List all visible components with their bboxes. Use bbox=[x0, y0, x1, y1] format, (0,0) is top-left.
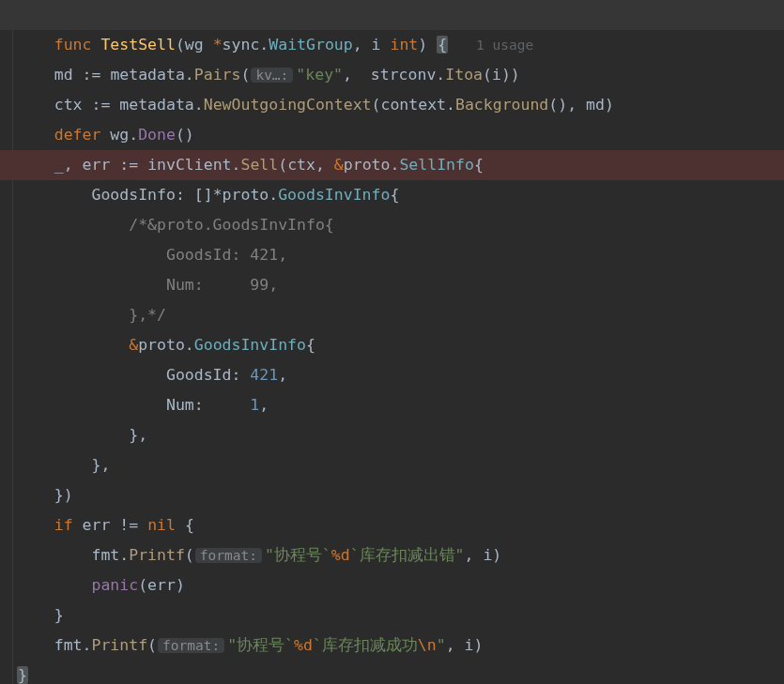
number: 421 bbox=[250, 366, 278, 384]
code-line[interactable]: },*/ bbox=[0, 300, 784, 330]
code-line[interactable]: GoodsInfo: []*proto.GoodsInvInfo{ bbox=[0, 180, 784, 210]
code-line[interactable]: md := metadata.Pairs(kv…:"key", strconv.… bbox=[0, 60, 784, 90]
code-editor[interactable]: func TestSell(wg *sync.WaitGroup, i int)… bbox=[0, 0, 784, 684]
var: wg bbox=[110, 126, 129, 144]
code-line[interactable]: fmt.Printf(format:"协程号`%d`库存扣减出错", i) bbox=[0, 540, 784, 570]
field: GoodsInfo: bbox=[91, 186, 184, 204]
pkg: proto bbox=[138, 336, 185, 354]
comma: , bbox=[259, 396, 269, 414]
code-line[interactable]: fmt.Printf(format:"协程号`%d`库存扣减成功\n", i) bbox=[0, 631, 784, 661]
code-line[interactable]: panic(err) bbox=[0, 570, 784, 600]
pkg: metadata bbox=[110, 66, 184, 84]
pkg: metadata bbox=[119, 96, 193, 114]
code-line[interactable]: } bbox=[0, 600, 784, 631]
var: err bbox=[83, 156, 111, 174]
call: Pairs bbox=[194, 66, 241, 84]
call: NewOutgoingContext bbox=[204, 96, 372, 114]
code-line[interactable]: GoodsId: 421, bbox=[0, 360, 784, 390]
call: Background bbox=[455, 96, 548, 114]
type: GoodsInvInfo bbox=[194, 336, 306, 354]
brace: } bbox=[17, 666, 28, 684]
var: invClient bbox=[147, 156, 231, 174]
code-line[interactable]: GoodsId: 421, bbox=[0, 240, 784, 270]
pkg: fmt bbox=[91, 546, 119, 564]
format-verb: %d bbox=[331, 546, 350, 564]
type: GoodsInvInfo bbox=[278, 186, 390, 204]
comment: GoodsId: 421, bbox=[129, 246, 287, 264]
op: != bbox=[119, 516, 138, 534]
code-line[interactable] bbox=[0, 30, 784, 60]
field: GoodsId: bbox=[166, 366, 250, 384]
method: Sell bbox=[240, 156, 278, 174]
format-verb: %d bbox=[294, 636, 313, 654]
arg: ctx bbox=[287, 156, 315, 174]
code-line[interactable]: &proto.GoodsInvInfo{ bbox=[0, 330, 784, 360]
string: " bbox=[437, 636, 446, 654]
code-line[interactable]: defer wg.Done() bbox=[0, 120, 784, 150]
keyword-defer: defer bbox=[54, 126, 101, 144]
comment: },*/ bbox=[129, 306, 166, 324]
code-line[interactable]: } bbox=[0, 661, 784, 684]
arg: err bbox=[147, 576, 176, 594]
string: "协程号` bbox=[227, 636, 294, 654]
var: md bbox=[54, 66, 73, 84]
arg: md bbox=[586, 96, 605, 114]
code-line[interactable]: /*&proto.GoodsInvInfo{ bbox=[0, 210, 784, 240]
comment: Num: 99, bbox=[129, 276, 278, 294]
pkg: proto bbox=[344, 156, 391, 174]
var: ctx bbox=[54, 96, 83, 114]
brace: }) bbox=[54, 486, 73, 504]
brace: }, bbox=[129, 426, 147, 444]
code-line[interactable]: }, bbox=[0, 420, 784, 450]
param-hint: format: bbox=[158, 638, 224, 653]
code-line[interactable]: func TestSell(wg *sync.WaitGroup, i int)… bbox=[0, 0, 784, 30]
code-line[interactable]: }) bbox=[0, 480, 784, 510]
number: 1 bbox=[250, 396, 259, 414]
keyword-if: if bbox=[54, 516, 73, 534]
escape: \n bbox=[418, 636, 437, 654]
brace: }, bbox=[91, 456, 110, 474]
param-hint: kv…: bbox=[251, 68, 293, 83]
field: Num: bbox=[166, 396, 250, 414]
pkg: fmt bbox=[54, 636, 83, 654]
call: Itoa bbox=[445, 66, 483, 84]
builtin-panic: panic bbox=[91, 576, 138, 594]
string: `库存扣减成功 bbox=[313, 636, 418, 654]
code-line[interactable]: if err != nil { bbox=[0, 510, 784, 540]
arr: []* bbox=[194, 186, 223, 204]
arg: i bbox=[483, 546, 492, 564]
code-line[interactable]: ctx := metadata.NewOutgoingContext(conte… bbox=[0, 90, 784, 120]
arg: i bbox=[492, 66, 501, 84]
pkg: proto bbox=[223, 186, 269, 204]
var: err bbox=[83, 516, 111, 534]
string: "协程号` bbox=[265, 546, 331, 564]
call: Printf bbox=[92, 636, 148, 654]
amp: & bbox=[129, 336, 138, 354]
type: SellInfo bbox=[399, 156, 473, 174]
arg: i bbox=[465, 636, 474, 654]
code-line[interactable]: _, err := invClient.Sell(ctx, &proto.Sel… bbox=[0, 150, 784, 180]
pkg: strconv bbox=[371, 66, 437, 84]
string: "key" bbox=[296, 66, 343, 84]
param-hint: format: bbox=[195, 548, 262, 563]
code-line[interactable]: Num: 1, bbox=[0, 390, 784, 420]
brace: } bbox=[54, 606, 64, 624]
call: Printf bbox=[129, 546, 185, 564]
blank: _ bbox=[54, 156, 64, 174]
op: := bbox=[83, 66, 101, 84]
op: := bbox=[92, 96, 111, 114]
code-line[interactable]: }, bbox=[0, 450, 784, 480]
nil: nil bbox=[147, 516, 176, 534]
op: := bbox=[119, 156, 138, 174]
comma: , bbox=[278, 366, 287, 384]
comment: /*&proto.GoodsInvInfo{ bbox=[129, 216, 334, 234]
method: Done bbox=[138, 126, 176, 144]
pkg: context bbox=[380, 96, 446, 114]
string: `库存扣减出错" bbox=[350, 546, 465, 564]
code-line[interactable]: Num: 99, bbox=[0, 270, 784, 300]
amp: & bbox=[334, 156, 344, 174]
